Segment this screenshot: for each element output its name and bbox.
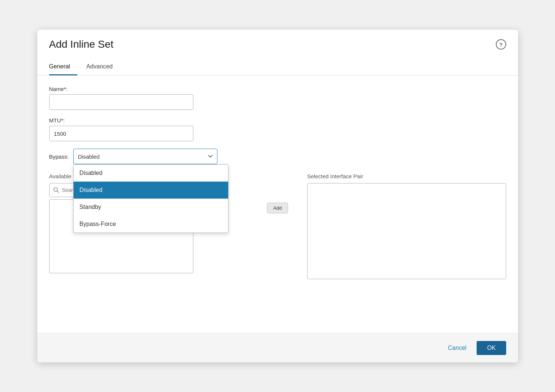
dialog-title: Add Inline Set: [49, 38, 114, 50]
help-icon[interactable]: ?: [496, 39, 506, 50]
bypass-select[interactable]: Disabled: [73, 149, 217, 164]
bypass-selected-value: Disabled: [78, 153, 99, 160]
bypass-label: Bypass:: [49, 153, 69, 160]
selected-interface-panel: Selected Interface Pair: [307, 173, 506, 279]
mtu-label: MTU*:: [49, 117, 506, 124]
dialog-header: Add Inline Set ?: [37, 30, 518, 50]
tabs-bar: General Advanced: [37, 53, 518, 75]
bypass-option-disabled-header[interactable]: Disabled: [74, 165, 228, 182]
bypass-option-disabled-selected[interactable]: Disabled: [74, 182, 228, 199]
dialog-footer: Cancel OK: [37, 333, 518, 362]
ok-button[interactable]: OK: [477, 341, 506, 355]
name-label: Name*:: [49, 86, 506, 92]
bypass-option-standby[interactable]: Standby: [74, 199, 228, 216]
cancel-button[interactable]: Cancel: [442, 342, 473, 354]
mtu-field-group: MTU*:: [49, 117, 506, 141]
bypass-row: Bypass: Disabled Disabled Disabled: [49, 149, 506, 164]
add-inline-set-dialog: Add Inline Set ? General Advanced Name*:…: [37, 30, 518, 362]
selected-interface-pair-box[interactable]: [307, 183, 506, 279]
dialog-body: Name*: MTU*: Bypass: Disabled D: [37, 75, 518, 333]
interface-mid: Add: [263, 173, 292, 279]
selected-interface-label: Selected Interface Pair: [307, 173, 506, 179]
name-input[interactable]: [49, 94, 193, 110]
tab-advanced[interactable]: Advanced: [86, 60, 120, 75]
search-icon: [53, 187, 59, 193]
name-field-group: Name*:: [49, 86, 506, 110]
add-interface-button[interactable]: Add: [267, 203, 288, 213]
tab-general[interactable]: General: [49, 60, 78, 75]
chevron-down-icon: [208, 155, 213, 158]
mtu-input[interactable]: [49, 126, 193, 141]
svg-line-1: [57, 191, 59, 193]
bypass-dropdown: Disabled Disabled Standby Bypass-Force: [73, 164, 229, 233]
bypass-option-bypass-force[interactable]: Bypass-Force: [74, 216, 228, 233]
